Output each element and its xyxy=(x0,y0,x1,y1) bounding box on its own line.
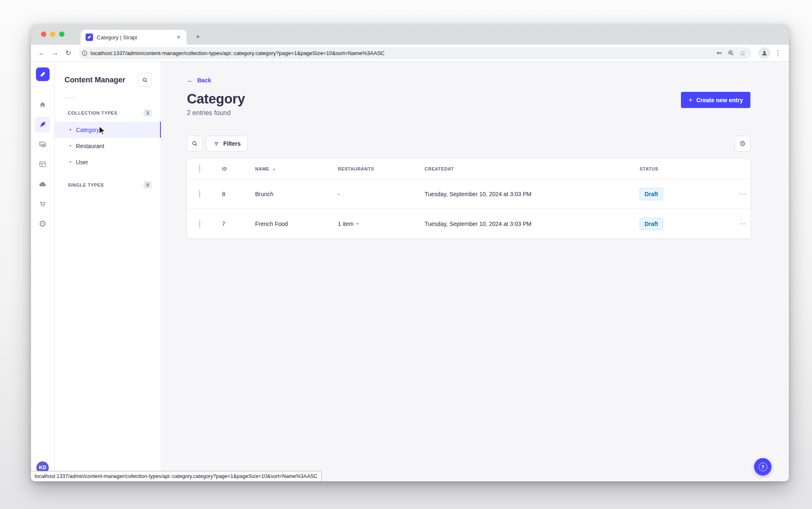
column-header-createdat: CREATEDAT xyxy=(425,166,640,171)
back-nav-icon[interactable]: ← xyxy=(36,47,48,59)
back-arrow-icon: ← xyxy=(187,77,193,84)
sidebar-item-label: User xyxy=(76,159,88,166)
minimize-window-button[interactable] xyxy=(50,31,55,37)
cloud-icon[interactable] xyxy=(35,176,50,192)
title-block: Category 2 entries found xyxy=(187,91,245,117)
back-link[interactable]: ← Back xyxy=(187,77,211,84)
panel-divider xyxy=(64,98,75,98)
help-button[interactable]: ? xyxy=(754,458,771,475)
reload-icon[interactable]: ↻ xyxy=(62,47,74,59)
bullet-icon: • xyxy=(69,159,72,165)
filters-button[interactable]: Filters xyxy=(206,136,248,151)
strapi-favicon-icon xyxy=(86,34,93,41)
forward-nav-icon[interactable]: → xyxy=(49,47,61,59)
logo-section xyxy=(31,62,54,87)
url-text: localhost:1337/admin/content-manager/col… xyxy=(91,50,712,56)
cell-name: Brunch xyxy=(255,191,338,197)
nav-rail: ⚙ KD xyxy=(31,62,55,481)
view-settings-button[interactable]: ⚙ xyxy=(735,136,750,151)
single-types-label: SINGLE TYPES xyxy=(68,182,104,187)
sidebar-item-label: Category xyxy=(76,127,100,133)
chevron-down-icon: ▾ xyxy=(356,221,358,226)
bullet-icon: • xyxy=(69,143,72,149)
panel-search-button[interactable] xyxy=(138,73,152,87)
status-bar: localhost:1337/admin/content-manager/col… xyxy=(31,471,322,481)
content-manager-panel: Content Manager COLLECTION TYPES 3 • Cat… xyxy=(55,62,161,481)
strapi-admin: ⚙ KD Content Manager COLLECTION TYPES 3 xyxy=(31,62,789,481)
status-badge: Draft xyxy=(640,218,663,230)
new-tab-button[interactable]: + xyxy=(192,31,203,42)
create-new-entry-button[interactable]: + Create new entry xyxy=(681,92,750,108)
row-menu-icon[interactable]: ⋯ xyxy=(721,190,746,198)
status-badge: Draft xyxy=(640,188,663,200)
browser-menu-icon[interactable]: ⋮ xyxy=(772,49,784,58)
zoom-icon[interactable] xyxy=(726,48,736,58)
panel-title: Content Manager xyxy=(64,76,125,84)
help-icon: ? xyxy=(759,463,767,471)
browser-profile-avatar[interactable] xyxy=(759,47,770,59)
sidebar-item-category[interactable]: • Category xyxy=(55,122,161,138)
row-menu-icon[interactable]: ⋯ xyxy=(721,220,746,228)
column-header-name[interactable]: NAME ▲ xyxy=(255,166,338,171)
tab-strip: Category | Strapi ✕ + xyxy=(31,24,789,45)
cell-createdat: Tuesday, September 10, 2024 at 3:03 PM xyxy=(425,221,640,227)
restaurants-count: 1 item xyxy=(338,221,353,227)
content-type-builder-icon[interactable] xyxy=(35,156,50,172)
browser-tab[interactable]: Category | Strapi ✕ xyxy=(81,30,186,45)
sidebar-item-restaurant[interactable]: • Restaurant xyxy=(55,138,161,154)
content-manager-icon[interactable] xyxy=(35,117,50,132)
select-all-checkbox[interactable] xyxy=(199,165,200,173)
browser-toolbar: ← → ↻ localhost:1337/admin/content-manag… xyxy=(31,45,789,62)
tab-close-icon[interactable]: ✕ xyxy=(175,34,182,41)
sort-asc-icon: ▲ xyxy=(272,167,275,171)
filters-label: Filters xyxy=(223,140,241,147)
gear-icon: ⚙ xyxy=(739,139,745,148)
page-title: Category xyxy=(187,91,245,107)
single-types-count-badge: 0 xyxy=(143,181,152,189)
settings-gear-icon[interactable]: ⚙ xyxy=(35,216,50,232)
main-content: ← Back Category 2 entries found + Create… xyxy=(161,62,789,481)
cell-id: 8 xyxy=(222,191,255,197)
sidebar-item-user[interactable]: • User xyxy=(55,154,161,170)
collection-types-section: COLLECTION TYPES 3 xyxy=(55,109,161,117)
fullscreen-window-button[interactable] xyxy=(59,31,64,37)
cell-createdat: Tuesday, September 10, 2024 at 3:03 PM xyxy=(425,191,640,197)
address-bar[interactable]: localhost:1337/admin/content-manager/col… xyxy=(79,47,751,59)
collection-types-list: • Category • Restaurant • User xyxy=(55,122,161,170)
table-header-row: ID NAME ▲ RESTAURANTS CREATEDAT STATUS xyxy=(187,159,750,179)
tab-title: Category | Strapi xyxy=(97,34,171,41)
table-row[interactable]: 8 Brunch - Tuesday, September 10, 2024 a… xyxy=(187,179,750,209)
row-checkbox[interactable] xyxy=(199,190,200,198)
column-header-status: STATUS xyxy=(640,166,721,171)
cell-status: Draft xyxy=(640,218,721,230)
media-library-icon[interactable] xyxy=(35,137,50,152)
table-row[interactable]: 7 French Food 1 item ▾ Tuesday, Septembe… xyxy=(187,209,750,238)
create-button-label: Create new entry xyxy=(696,97,743,103)
bookmark-star-icon[interactable]: ☆ xyxy=(738,48,747,58)
row-checkbox[interactable] xyxy=(199,220,200,228)
collection-types-count-badge: 3 xyxy=(143,109,152,117)
cell-status: Draft xyxy=(640,188,721,200)
cell-restaurants: - xyxy=(338,191,425,197)
strapi-logo-icon[interactable] xyxy=(36,67,50,81)
filter-icon xyxy=(213,141,220,147)
table-search-button[interactable] xyxy=(187,136,203,151)
close-window-button[interactable] xyxy=(41,31,46,37)
site-info-icon[interactable] xyxy=(81,49,88,57)
cell-restaurants[interactable]: 1 item ▾ xyxy=(338,221,425,227)
column-header-id[interactable]: ID xyxy=(222,166,255,171)
password-key-icon[interactable] xyxy=(715,48,724,58)
back-label: Back xyxy=(197,77,211,84)
rail-nav-items: ⚙ xyxy=(35,97,50,232)
entries-count: 2 entries found xyxy=(187,109,245,117)
cell-id: 7 xyxy=(222,221,255,227)
browser-window: Category | Strapi ✕ + ← → ↻ localhost:13… xyxy=(31,24,789,481)
column-header-restaurants: RESTAURANTS xyxy=(338,166,425,171)
window-controls xyxy=(41,31,64,37)
sidebar-item-label: Restaurant xyxy=(76,143,104,149)
cell-name: French Food xyxy=(255,221,338,227)
marketplace-cart-icon[interactable] xyxy=(35,196,50,212)
single-types-section: SINGLE TYPES 0 xyxy=(55,181,161,189)
home-icon[interactable] xyxy=(35,97,50,113)
bullet-icon: • xyxy=(69,127,72,133)
